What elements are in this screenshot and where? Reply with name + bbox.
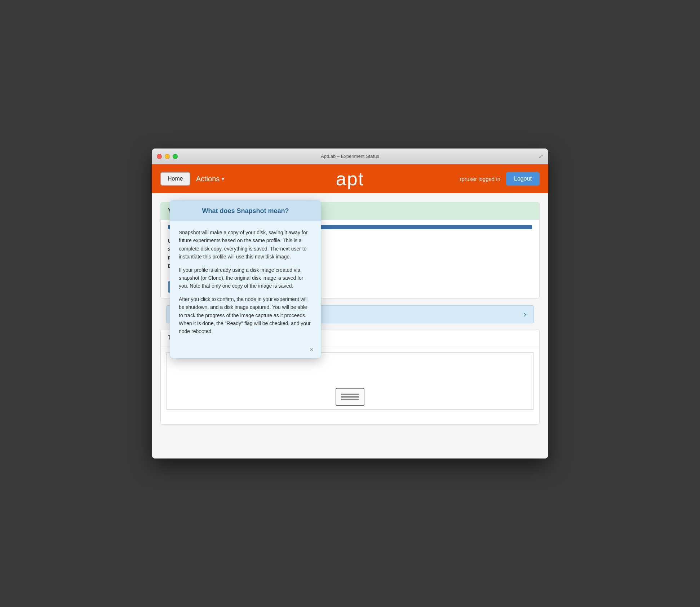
close-button[interactable]: [157, 154, 162, 159]
minimize-button[interactable]: [165, 154, 170, 159]
close-icon[interactable]: ×: [310, 346, 314, 353]
chevron-down-icon: ▾: [222, 176, 224, 182]
nav-left: Home Actions ▾: [160, 172, 224, 186]
window-title: AptLab – Experiment Status: [321, 154, 379, 159]
browser-window: AptLab – Experiment Status ⤢ Home Action…: [152, 149, 548, 458]
title-bar: AptLab – Experiment Status ⤢: [152, 149, 548, 164]
resize-icon: ⤢: [539, 153, 543, 160]
maximize-button[interactable]: [173, 154, 178, 159]
modal-body: Snapshot will make a copy of your disk, …: [170, 221, 321, 343]
nav-right: rpruser logged in Logout: [460, 172, 540, 186]
user-status: rpruser logged in: [460, 176, 500, 182]
actions-menu[interactable]: Actions ▾: [196, 175, 225, 183]
app-logo: apt: [336, 168, 364, 190]
snapshot-modal: What does Snapshot mean? Snapshot will m…: [170, 200, 321, 358]
modal-header: What does Snapshot mean?: [170, 201, 321, 221]
main-content: Y... U S P E rpruser-QV421 Snapshot: [152, 193, 548, 458]
home-button[interactable]: Home: [160, 172, 190, 186]
modal-footer: ×: [170, 343, 321, 358]
traffic-lights: [157, 154, 178, 159]
modal-paragraph-1: Snapshot will make a copy of your disk, …: [179, 229, 312, 261]
modal-paragraph-3: After you click to confirm, the node in …: [179, 295, 312, 336]
modal-title: What does Snapshot mean?: [202, 207, 289, 214]
actions-label: Actions: [196, 175, 220, 183]
navbar: Home Actions ▾ apt rpruser logged in Log…: [152, 164, 548, 193]
modal-overlay: What does Snapshot mean? Snapshot will m…: [152, 193, 548, 458]
modal-paragraph-2: If your profile is already using a disk …: [179, 266, 312, 290]
logout-button[interactable]: Logout: [506, 172, 540, 186]
